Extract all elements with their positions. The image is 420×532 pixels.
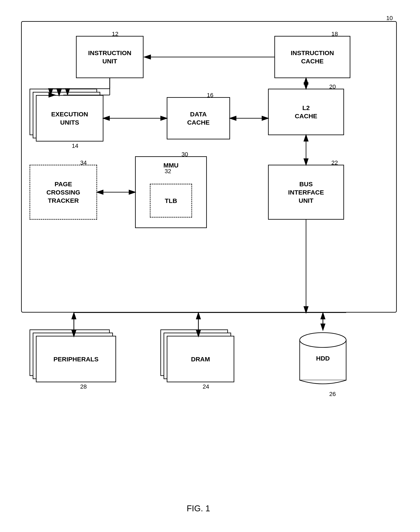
mmu-box: MMU TLB xyxy=(135,156,207,228)
ref-26: 26 xyxy=(329,391,336,397)
ref-24: 24 xyxy=(203,383,209,390)
hdd-cylinder: HDD xyxy=(298,329,348,390)
ref-18: 18 xyxy=(331,31,338,37)
fig-label: FIG. 1 xyxy=(8,504,388,513)
ref-14: 14 xyxy=(72,142,78,149)
bus-interface-unit-box: BUSINTERFACEUNIT xyxy=(268,165,344,220)
ref-30: 30 xyxy=(181,151,188,158)
instruction-cache-box: INSTRUCTIONCACHE xyxy=(274,36,350,78)
instruction-unit-box: INSTRUCTIONUNIT xyxy=(76,36,144,78)
ref-16: 16 xyxy=(207,92,213,99)
ref-28: 28 xyxy=(80,383,87,390)
svg-point-1 xyxy=(300,333,346,347)
data-cache-box: DATACACHE xyxy=(167,97,230,139)
ref-10: 10 xyxy=(386,15,393,22)
diagram: 10 INSTRUCTIONUNIT 12 INSTRUCTIONCACHE 1… xyxy=(8,8,412,524)
ref-32: 32 xyxy=(165,168,171,175)
ref-20: 20 xyxy=(329,83,336,90)
ref-34: 34 xyxy=(80,159,87,166)
ref-22: 22 xyxy=(331,159,338,166)
l2-cache-box: L2CACHE xyxy=(268,89,344,135)
ref-12: 12 xyxy=(112,31,119,37)
page-crossing-tracker-box: PAGECROSSINGTRACKER xyxy=(30,165,97,220)
